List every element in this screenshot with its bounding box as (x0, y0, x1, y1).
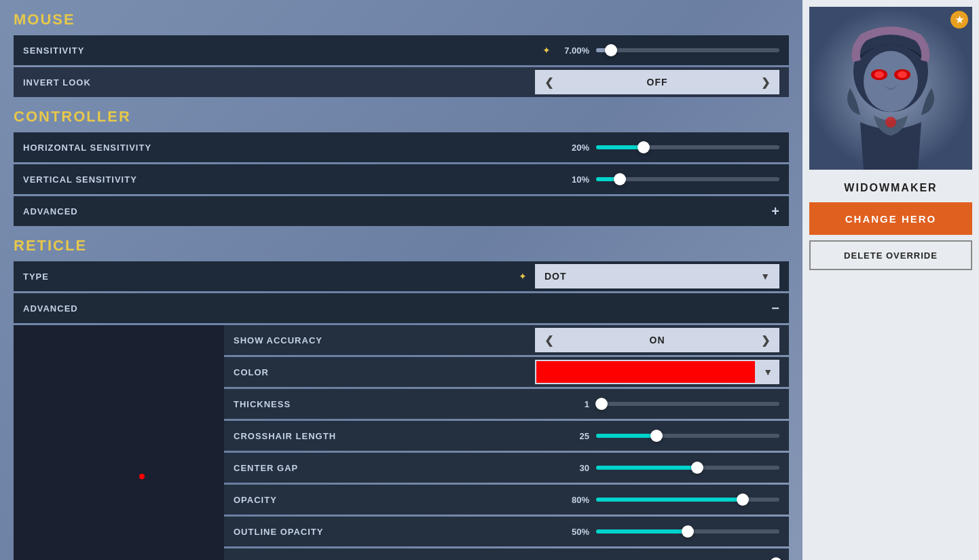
reticle-preview-dot (139, 474, 145, 479)
horizontal-sensitivity-row: HORIZONTAL SENSITIVITY 20% (14, 132, 789, 162)
sidebar: ★ WIDOWMAKER CHANGE HERO DELETE OVERRIDE (802, 0, 979, 560)
reticle-type-row: TYPE ✦ DOT ▼ (14, 261, 789, 291)
show-accuracy-row: SHOW ACCURACY ❮ ON ❯ (224, 325, 789, 355)
horizontal-sensitivity-fill (596, 145, 644, 149)
horizontal-sensitivity-value: 20% (559, 143, 589, 153)
reticle-type-chevron-down-icon[interactable]: ▼ (751, 271, 779, 282)
color-label: COLOR (234, 367, 535, 377)
horizontal-sensitivity-label: HORIZONTAL SENSITIVITY (23, 143, 559, 153)
mouse-section-title: MOUSE (14, 11, 789, 29)
invert-look-toggle[interactable]: ❮ OFF ❯ (535, 70, 779, 94)
controller-section-title: CONTROLLER (14, 108, 789, 126)
outline-opacity-thumb[interactable] (682, 525, 694, 538)
vertical-sensitivity-thumb[interactable] (614, 173, 626, 185)
svg-point-7 (885, 117, 896, 128)
center-gap-fill (596, 466, 697, 470)
controller-advanced-label: ADVANCED (23, 206, 771, 217)
dot-size-thumb[interactable] (770, 557, 782, 560)
hero-badge: ★ (950, 11, 968, 29)
hero-portrait-image (809, 7, 972, 170)
color-dropdown[interactable]: ▼ (535, 360, 779, 384)
invert-look-label: INVERT LOOK (23, 77, 535, 88)
center-gap-row: CENTER GAP 30 (224, 453, 789, 483)
delete-override-button[interactable]: DELETE OVERRIDE (809, 240, 972, 270)
opacity-value: 80% (559, 495, 589, 505)
svg-point-5 (874, 71, 884, 78)
thickness-track[interactable] (596, 402, 779, 406)
invert-look-right-arrow[interactable]: ❯ (752, 76, 779, 89)
opacity-slider[interactable]: 80% (559, 495, 779, 505)
outline-opacity-track[interactable] (596, 529, 779, 534)
opacity-row: OPACITY 80% (224, 485, 789, 515)
reticle-type-value: DOT (535, 271, 751, 282)
sensitivity-label: SENSITIVITY (23, 45, 542, 56)
crosshair-length-slider[interactable]: 25 (559, 431, 779, 441)
vertical-sensitivity-slider[interactable]: 10% (559, 174, 779, 185)
invert-look-value: OFF (563, 77, 752, 88)
opacity-track[interactable] (596, 498, 779, 502)
reticle-type-star-icon: ✦ (519, 271, 527, 282)
reticle-advanced-rows: SHOW ACCURACY ❮ ON ❯ COLOR ▼ (224, 325, 789, 560)
invert-look-left-arrow[interactable]: ❮ (535, 76, 563, 89)
crosshair-length-row: CROSSHAIR LENGTH 25 (224, 421, 789, 451)
reticle-advanced-header[interactable]: ADVANCED − (14, 293, 789, 323)
controller-advanced-header[interactable]: ADVANCED + (14, 196, 789, 226)
sensitivity-star-icon: ✦ (542, 45, 551, 56)
vertical-sensitivity-track[interactable] (596, 177, 779, 181)
crosshair-length-label: CROSSHAIR LENGTH (234, 431, 559, 441)
thickness-slider[interactable]: 1 (559, 399, 779, 409)
center-gap-slider[interactable]: 30 (559, 463, 779, 473)
thickness-row: THICKNESS 1 (224, 389, 789, 419)
show-accuracy-label: SHOW ACCURACY (234, 335, 535, 346)
reticle-type-dropdown[interactable]: DOT ▼ (535, 264, 779, 288)
hero-name: WIDOWMAKER (844, 176, 937, 200)
outline-opacity-value: 50% (559, 527, 589, 537)
sensitivity-track[interactable] (596, 48, 779, 52)
color-row: COLOR ▼ (224, 357, 789, 387)
center-gap-track[interactable] (596, 466, 779, 470)
reticle-section-title: RETICLE (14, 237, 789, 255)
sensitivity-thumb[interactable] (605, 44, 617, 56)
outline-opacity-slider[interactable]: 50% (559, 527, 779, 537)
crosshair-length-fill (596, 434, 657, 438)
crosshair-length-track[interactable] (596, 434, 779, 438)
center-gap-label: CENTER GAP (234, 463, 559, 473)
invert-look-row: INVERT LOOK ❮ OFF ❯ (14, 67, 789, 97)
hero-portrait: ★ (809, 7, 972, 170)
reticle-advanced-collapse-icon[interactable]: − (771, 301, 779, 316)
outline-opacity-fill (596, 529, 688, 534)
hero-portrait-inner (809, 7, 972, 170)
svg-point-6 (898, 71, 907, 78)
change-hero-button[interactable]: CHANGE HERO (809, 202, 972, 235)
thickness-thumb[interactable] (595, 398, 608, 410)
horizontal-sensitivity-thumb[interactable] (638, 141, 650, 153)
sensitivity-row: SENSITIVITY ✦ 7.00% (14, 35, 789, 65)
center-gap-thumb[interactable] (691, 462, 703, 474)
opacity-fill (596, 498, 743, 502)
vertical-sensitivity-label: VERTICAL SENSITIVITY (23, 174, 559, 185)
horizontal-sensitivity-slider[interactable]: 20% (559, 143, 779, 153)
show-accuracy-left-arrow[interactable]: ❮ (535, 334, 563, 347)
reticle-advanced-label: ADVANCED (23, 303, 771, 314)
crosshair-length-value: 25 (559, 431, 589, 441)
reticle-type-label: TYPE (23, 272, 519, 282)
sensitivity-slider-container[interactable]: 7.00% (559, 45, 779, 56)
reticle-preview (14, 325, 224, 560)
outline-opacity-row: OUTLINE OPACITY 50% (224, 517, 789, 546)
crosshair-length-thumb[interactable] (650, 430, 663, 442)
show-accuracy-right-arrow[interactable]: ❯ (752, 334, 779, 347)
show-accuracy-toggle[interactable]: ❮ ON ❯ (535, 328, 779, 352)
vertical-sensitivity-row: VERTICAL SENSITIVITY 10% (14, 164, 789, 194)
outline-opacity-label: OUTLINE OPACITY (234, 527, 559, 537)
svg-point-2 (864, 51, 918, 112)
reticle-advanced-settings: SHOW ACCURACY ❮ ON ❯ COLOR ▼ (14, 325, 789, 560)
controller-advanced-expand-icon[interactable]: + (771, 204, 779, 219)
show-accuracy-value: ON (563, 335, 752, 346)
opacity-label: OPACITY (234, 495, 559, 505)
sensitivity-value: 7.00% (559, 45, 589, 56)
color-swatch (536, 361, 755, 383)
center-gap-value: 30 (559, 463, 589, 473)
opacity-thumb[interactable] (737, 493, 749, 506)
horizontal-sensitivity-track[interactable] (596, 145, 779, 149)
color-chevron-down-icon[interactable]: ▼ (756, 367, 779, 377)
